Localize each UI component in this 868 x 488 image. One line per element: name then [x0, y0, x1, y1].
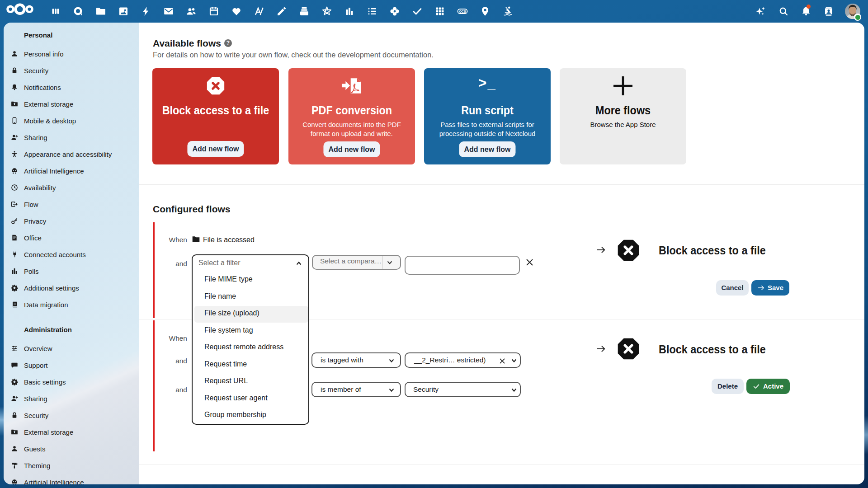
svg-text:OCS: OCS	[459, 10, 466, 13]
